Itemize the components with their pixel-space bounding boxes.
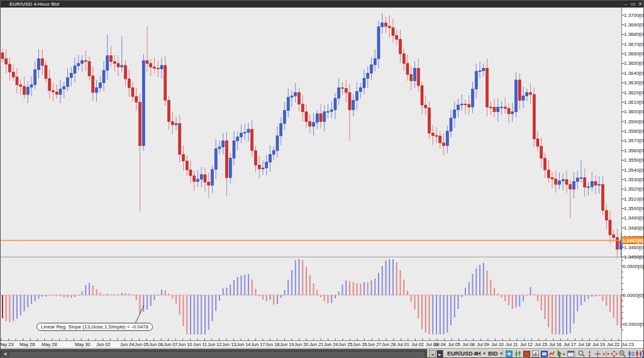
candle-body [19,85,22,86]
candle-body [153,67,156,68]
histogram-bar [190,295,191,335]
candle-crosshair-icon[interactable] [641,350,644,358]
histogram-bar [501,295,502,298]
histogram-bar [31,295,32,304]
histogram-bar [469,282,470,295]
histogram-bar [169,294,170,295]
indicator-axis-label: -0.0500[0] [623,322,644,327]
candle-body [255,150,257,165]
scrollbar-thumb[interactable] [9,351,425,358]
green-candles-icon[interactable] [514,350,522,358]
candle-body [12,72,14,77]
histogram-bar [161,289,162,295]
candle-body [609,220,611,235]
candle-body [587,187,590,187]
price-axis-label: 1.3560[0] [624,148,644,154]
histogram-bar [414,295,416,310]
candle-body [294,92,297,96]
date-axis-label: Jul 22 [607,342,619,347]
histogram-bar [584,295,586,301]
histogram-bar [280,295,282,298]
period-select[interactable]: 4H ▼ [474,350,486,358]
histogram-bar [219,295,220,301]
histogram-bar [165,290,166,295]
histogram-bar [328,295,329,303]
candle-body [168,100,170,121]
shift-chart-icon[interactable] [505,350,513,358]
candle-body [30,85,33,87]
cursor-select-icon[interactable] [557,350,565,358]
candle-body [262,168,264,169]
zoom-out-icon[interactable] [618,350,626,358]
candle-body [319,114,322,121]
histogram-bar [342,284,343,295]
price-axis-label: 1.3650[0] [624,60,644,66]
histogram-bar [374,279,375,295]
histogram-bar [74,295,75,297]
price-chart-canvas[interactable] [1,1,644,358]
horizontal-scrollbar[interactable]: ◄ [1,349,427,358]
candle-body [287,98,289,111]
candle-body [421,86,423,105]
candle-body [164,65,167,100]
scroll-left-icon[interactable]: ◄ [3,351,8,357]
indicator-axis-label: 0.0500[0] [623,264,643,269]
candle-body [92,76,94,92]
candle-body [591,181,593,186]
histogram-bar [143,295,144,311]
histogram-bar [483,263,484,295]
crosshair-vertical2-icon[interactable] [594,350,602,358]
histogram-bar [92,286,94,295]
histogram-bar [512,295,513,309]
histogram-bar [223,288,224,295]
histogram-bar [107,294,108,295]
red-block-icon[interactable] [523,350,531,358]
price-axis-label: 1.3460[0] [624,245,644,250]
zoom-icon[interactable] [577,350,586,358]
period-label: 4H [474,350,481,357]
histogram-bar [523,295,524,301]
histogram-bar [490,280,491,295]
candle-body [530,92,532,94]
candle-body [431,133,434,136]
histogram-bar [548,295,549,327]
candle-body [370,65,373,73]
current-price-tag: 1.3467[0] [621,237,644,244]
toolbar-separator [575,350,575,358]
date-axis-label: Jul 23 [621,342,634,347]
price-axis-label: 1.3630[0] [624,80,644,86]
blue-panel-icon[interactable] [540,350,548,358]
candle-body [602,184,604,211]
crosshair-vertical-icon[interactable] [586,350,594,358]
date-axis-label: Jul 10 [491,342,504,347]
histogram-bar [175,295,177,303]
candle-body [374,59,376,65]
histogram-bar [295,260,296,295]
candle-body [385,23,387,26]
histogram-bar [313,283,314,295]
status-bar: ◄ ◄ ► EUR/USD ▼ 4H ▼ BID ▼ [1,348,644,358]
candle-body [562,179,564,181]
histogram-bar [27,295,28,307]
workspace-icon[interactable] [567,350,575,358]
expand-both-icon[interactable] [610,350,618,358]
histogram-bar [6,295,7,321]
price-axis-label: 1.3530[0] [624,177,644,182]
histogram-bar [56,295,57,296]
histogram-bar [400,271,401,295]
histogram-bar [226,288,228,295]
side-select[interactable]: BID ▼ [488,350,503,358]
page-left-button[interactable]: ◄ [429,350,436,358]
candle-body [272,150,275,154]
price-axis-label: 1.3580[0] [624,128,644,134]
red-zigzag-icon[interactable] [548,350,557,358]
price-axis-label: 1.3660[0] [624,51,644,57]
date-axis-label: Jun 19 [280,342,294,347]
expand-horizontal-icon[interactable] [602,350,610,358]
histogram-bar [516,295,517,308]
date-axis-label: Jul 12 [520,342,533,347]
histogram-bar [273,295,274,305]
histogram-bar [67,295,69,298]
doc-chart-icon[interactable] [531,350,540,358]
page-right-button[interactable]: ► [436,350,443,358]
